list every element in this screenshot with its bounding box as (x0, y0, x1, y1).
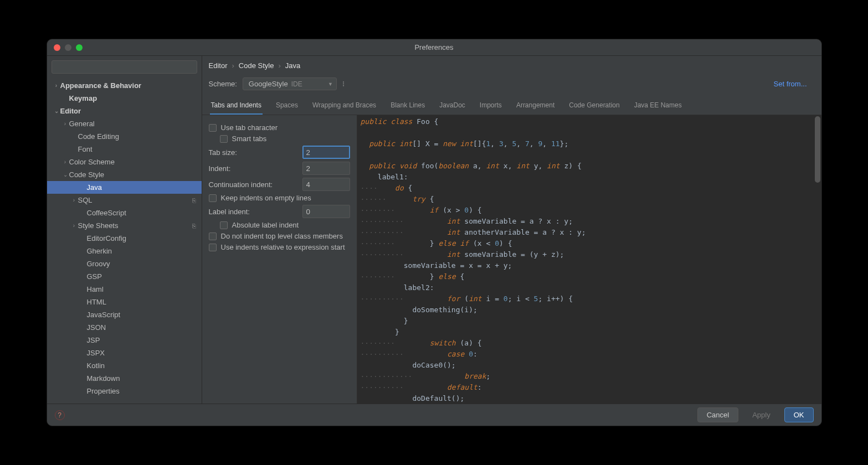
indent-settings-form: Use tab character Smart tabs Tab size: I… (202, 115, 357, 404)
tree-item-label: Font (78, 145, 93, 153)
label-indent-input[interactable] (302, 205, 350, 218)
tree-item-label: Properties (87, 387, 120, 395)
use-tab-checkbox[interactable]: Use tab character (209, 123, 350, 132)
set-from-link[interactable]: Set from... (774, 80, 807, 88)
relative-expression-checkbox[interactable]: Use indents relative to expression start (209, 243, 350, 251)
tree-item-gherkin[interactable]: Gherkin (47, 245, 202, 257)
tree-item-label: GSP (87, 272, 102, 281)
tree-item-label: Editor (60, 107, 81, 115)
tree-item-label: Gherkin (87, 247, 112, 255)
window-title: Preferences (47, 43, 821, 51)
tree-item-gsp[interactable]: GSP (47, 270, 202, 283)
tree-item-label: Appearance & Behavior (60, 81, 142, 90)
tree-item-haml[interactable]: Haml (47, 283, 202, 296)
titlebar: Preferences (47, 39, 821, 56)
scheme-actions-icon[interactable]: ⁝ (342, 80, 345, 88)
tree-item-general[interactable]: ›General (47, 117, 202, 130)
scheme-scope: IDE (291, 80, 302, 88)
tab-javadoc[interactable]: JavaDoc (438, 98, 466, 115)
apply-button[interactable]: Apply (743, 407, 780, 422)
tree-item-editorconfig[interactable]: EditorConfig (47, 232, 202, 245)
tree-item-label: JSP (87, 336, 100, 344)
tree-item-groovy[interactable]: Groovy (47, 257, 202, 270)
codestyle-tabs: Tabs and IndentsSpacesWrapping and Brace… (202, 96, 821, 115)
tree-item-label: Groovy (87, 260, 110, 268)
tree-item-label: Style Sheets (78, 221, 119, 230)
chevron-icon: › (70, 223, 78, 229)
scrollbar-thumb[interactable] (815, 116, 820, 183)
no-indent-top-level-checkbox[interactable]: Do not indent top level class members (209, 232, 350, 240)
checkbox-icon (209, 194, 217, 202)
continuation-indent-input[interactable] (302, 178, 350, 191)
tree-item-label: Code Editing (78, 132, 119, 141)
chevron-icon: › (70, 197, 78, 203)
tree-item-editor[interactable]: ⌄Editor (47, 105, 202, 117)
scope-icon: ⎘ (192, 223, 196, 229)
tree-item-label: Color Scheme (69, 158, 115, 166)
label-indent-label: Label indent: (209, 208, 298, 216)
tab-imports[interactable]: Imports (479, 98, 503, 115)
tree-item-font[interactable]: Font (47, 143, 202, 156)
chevron-icon: › (61, 159, 69, 165)
tab-arrangement[interactable]: Arrangement (515, 98, 556, 115)
tree-item-style-sheets[interactable]: ›Style Sheets⎘ (47, 219, 202, 232)
tree-item-label: Keymap (69, 94, 97, 102)
tab-size-label: Tab size: (209, 148, 298, 157)
checkbox-icon (220, 135, 228, 143)
tree-item-appearance-behavior[interactable]: ›Appearance & Behavior (47, 79, 202, 92)
tree-item-label: SQL (78, 196, 93, 204)
tree-item-java[interactable]: Java (47, 181, 202, 194)
tree-item-label: Markdown (87, 374, 120, 383)
breadcrumb-sep: › (278, 61, 280, 70)
tree-item-jspx[interactable]: JSPX (47, 347, 202, 359)
tree-item-code-style[interactable]: ⌄Code Style (47, 168, 202, 181)
tab-java-ee-names[interactable]: Java EE Names (633, 98, 683, 115)
tree-item-javascript[interactable]: JavaScript (47, 308, 202, 321)
indent-input[interactable] (302, 162, 350, 175)
smart-tabs-checkbox[interactable]: Smart tabs (209, 135, 350, 143)
tree-item-code-editing[interactable]: Code Editing (47, 130, 202, 143)
tree-item-label: JSPX (87, 349, 105, 357)
tree-item-properties[interactable]: Properties (47, 385, 202, 397)
search-input[interactable] (52, 60, 197, 74)
tree-item-label: Java (87, 183, 102, 192)
scheme-label: Scheme: (209, 80, 237, 88)
tab-code-generation[interactable]: Code Generation (568, 98, 620, 115)
tree-item-label: HTML (87, 298, 106, 306)
tree-item-json[interactable]: JSON (47, 321, 202, 334)
tree-item-color-scheme[interactable]: ›Color Scheme (47, 156, 202, 168)
tree-item-coffeescript[interactable]: CoffeeScript (47, 206, 202, 219)
checkbox-icon (220, 221, 228, 229)
tree-item-kotlin[interactable]: Kotlin (47, 359, 202, 372)
tree-item-jsp[interactable]: JSP (47, 334, 202, 347)
breadcrumb-codestyle[interactable]: Code Style (239, 61, 274, 70)
settings-tree: ›Appearance & BehaviorKeymap⌄Editor›Gene… (47, 78, 202, 404)
checkbox-icon (209, 232, 217, 240)
scheme-dropdown[interactable]: GoogleStyle IDE ▼ (243, 78, 337, 90)
chevron-icon: ⌄ (61, 172, 69, 178)
keep-indents-checkbox[interactable]: Keep indents on empty lines (209, 194, 350, 202)
tree-item-sql[interactable]: ›SQL⎘ (47, 194, 202, 206)
sidebar: ⌕ ›Appearance & BehaviorKeymap⌄Editor›Ge… (47, 56, 202, 404)
tree-item-label: CoffeeScript (87, 209, 126, 217)
tab-wrapping-and-braces[interactable]: Wrapping and Braces (311, 98, 377, 115)
tab-blank-lines[interactable]: Blank Lines (389, 98, 426, 115)
tree-item-html[interactable]: HTML (47, 296, 202, 308)
scheme-name: GoogleStyle (249, 80, 288, 88)
tab-spaces[interactable]: Spaces (275, 98, 299, 115)
breadcrumb-editor[interactable]: Editor (209, 61, 228, 70)
tree-item-keymap[interactable]: Keymap (47, 92, 202, 105)
absolute-label-indent-checkbox[interactable]: Absolute label indent (209, 221, 350, 229)
cancel-button[interactable]: Cancel (697, 407, 738, 422)
preferences-window: Preferences ⌕ ›Appearance & BehaviorKeym… (47, 39, 822, 426)
tree-item-markdown[interactable]: Markdown (47, 372, 202, 385)
tree-item-label: Code Style (69, 170, 105, 179)
tab-tabs-and-indents[interactable]: Tabs and Indents (210, 98, 263, 115)
ok-button[interactable]: OK (784, 407, 814, 422)
tab-size-input[interactable] (302, 146, 350, 159)
tree-item-label: Kotlin (87, 361, 105, 370)
help-icon[interactable]: ? (55, 410, 65, 420)
main-panel: Editor › Code Style › Java Scheme: Googl… (202, 56, 821, 404)
chevron-icon: › (53, 82, 60, 89)
chevron-icon: › (61, 121, 69, 127)
